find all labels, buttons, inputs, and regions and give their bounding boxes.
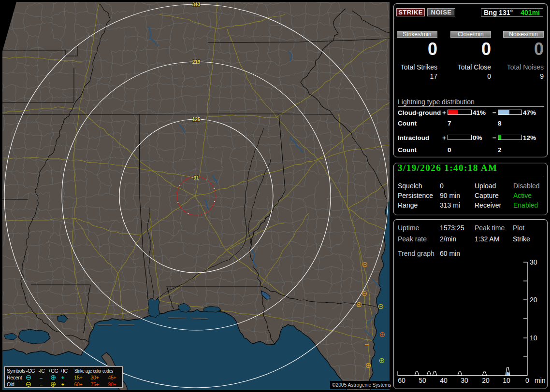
svg-text:©2005 Astrogenic Systems: ©2005 Astrogenic Systems — [332, 382, 391, 388]
svg-text:10: 10 — [503, 377, 510, 384]
svg-text:min: min — [535, 377, 546, 384]
svg-text:60: 60 — [398, 377, 405, 384]
svg-text:31: 31 — [193, 175, 199, 181]
svg-text:219: 219 — [192, 59, 201, 65]
svg-text:30: 30 — [461, 377, 468, 384]
svg-text:125: 125 — [192, 117, 201, 122]
svg-text:20: 20 — [482, 377, 490, 384]
svg-text:30: 30 — [530, 258, 537, 266]
svg-text:20: 20 — [530, 296, 537, 304]
svg-text:40: 40 — [440, 377, 448, 384]
svg-text:10: 10 — [530, 334, 537, 342]
svg-text:50: 50 — [419, 377, 426, 384]
svg-text:313: 313 — [192, 2, 201, 7]
svg-text:0: 0 — [525, 377, 529, 384]
